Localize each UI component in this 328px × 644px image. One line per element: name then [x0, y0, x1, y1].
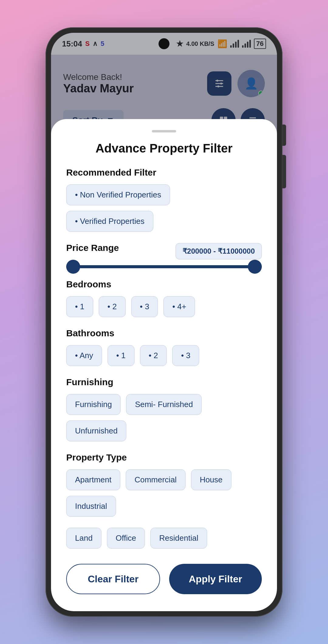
bedroom-1-label: • 1 — [75, 302, 84, 311]
apartment-chip[interactable]: Apartment — [66, 469, 120, 490]
bathroom-any-chip[interactable]: • Any — [66, 345, 102, 366]
non-verified-chip-label: • Non Verified Properties — [75, 190, 161, 200]
recommended-filter-chips: • Non Verified Properties • Verified Pro… — [66, 184, 262, 232]
property-type-label: Property Type — [66, 452, 262, 463]
price-slider-track[interactable] — [66, 265, 262, 268]
price-slider-thumb-min[interactable] — [66, 260, 80, 274]
apartment-label: Apartment — [75, 475, 111, 485]
bedrooms-label: Bedrooms — [66, 279, 262, 289]
bathroom-chips: • Any • 1 • 2 • 3 — [66, 345, 262, 366]
land-label: Land — [75, 533, 93, 543]
property-type-chips-row2: Land Office Residential — [66, 528, 262, 549]
unfurnished-label: Unfurnished — [75, 426, 118, 436]
apply-filter-button[interactable]: Apply Filter — [169, 564, 262, 594]
phone-frame: 15:04 S ∧ 5 ★ 4.00 KB/S 📶 — [46, 27, 282, 617]
bedroom-4plus-label: • 4+ — [172, 302, 186, 311]
industrial-chip[interactable]: Industrial — [66, 496, 116, 517]
camera-cutout — [159, 38, 169, 49]
bedroom-1-chip[interactable]: • 1 — [66, 296, 93, 317]
office-label: Office — [116, 533, 136, 543]
bathroom-1-chip[interactable]: • 1 — [108, 345, 135, 366]
bedroom-2-label: • 2 — [108, 302, 117, 311]
industrial-label: Industrial — [75, 502, 107, 511]
clear-filter-button[interactable]: Clear Filter — [66, 564, 160, 594]
sheet-handle — [152, 130, 176, 132]
residential-label: Residential — [159, 533, 198, 543]
bathroom-any-label: • Any — [75, 351, 93, 360]
price-range-label: Price Range — [66, 243, 119, 253]
action-buttons: Clear Filter Apply Filter — [66, 564, 262, 594]
bathroom-3-chip[interactable]: • 3 — [172, 345, 199, 366]
residential-chip[interactable]: Residential — [150, 528, 207, 549]
bathroom-1-label: • 1 — [116, 351, 126, 360]
price-range-badge: ₹200000 - ₹11000000 — [176, 243, 262, 259]
bathroom-2-label: • 2 — [149, 351, 158, 360]
property-type-chips-row1: Apartment Commercial House Industrial — [66, 469, 262, 517]
bottom-sheet: Advance Property Filter Recommended Filt… — [51, 119, 277, 611]
non-verified-chip[interactable]: • Non Verified Properties — [66, 184, 170, 205]
bedroom-4plus-chip[interactable]: • 4+ — [163, 296, 195, 317]
furnishing-label: Furnishing — [66, 377, 262, 387]
land-chip[interactable]: Land — [66, 528, 101, 549]
bedroom-3-label: • 3 — [140, 302, 149, 311]
bedroom-chips: • 1 • 2 • 3 • 4+ — [66, 296, 262, 317]
sheet-title: Advance Property Filter — [66, 142, 262, 155]
commercial-label: Commercial — [135, 475, 177, 485]
unfurnished-chip[interactable]: Unfurnished — [66, 420, 126, 441]
verified-chip[interactable]: • Verified Properties — [66, 211, 153, 232]
phone-screen: 15:04 S ∧ 5 ★ 4.00 KB/S 📶 — [51, 33, 277, 611]
furnishing-chips: Furnishing Semi- Furnished Unfurnished — [66, 394, 262, 441]
furnishing-chip[interactable]: Furnishing — [66, 394, 121, 415]
recommended-filter-label: Recommended Filter — [66, 167, 262, 178]
verified-chip-label: • Verified Properties — [75, 217, 145, 226]
price-slider-thumb-max[interactable] — [248, 260, 262, 274]
bedroom-2-chip[interactable]: • 2 — [99, 296, 126, 317]
office-chip[interactable]: Office — [107, 528, 145, 549]
house-chip[interactable]: House — [191, 469, 231, 490]
bathroom-3-label: • 3 — [181, 351, 190, 360]
house-label: House — [200, 475, 223, 485]
commercial-chip[interactable]: Commercial — [126, 469, 186, 490]
bathrooms-label: Bathrooms — [66, 328, 262, 338]
bedroom-3-chip[interactable]: • 3 — [131, 296, 158, 317]
semi-furnished-chip[interactable]: Semi- Furnished — [126, 394, 202, 415]
bathroom-2-chip[interactable]: • 2 — [140, 345, 167, 366]
furnishing-chip-label: Furnishing — [75, 400, 112, 409]
price-range-row: Price Range ₹200000 - ₹11000000 — [66, 243, 262, 260]
semi-furnished-label: Semi- Furnished — [135, 400, 193, 409]
